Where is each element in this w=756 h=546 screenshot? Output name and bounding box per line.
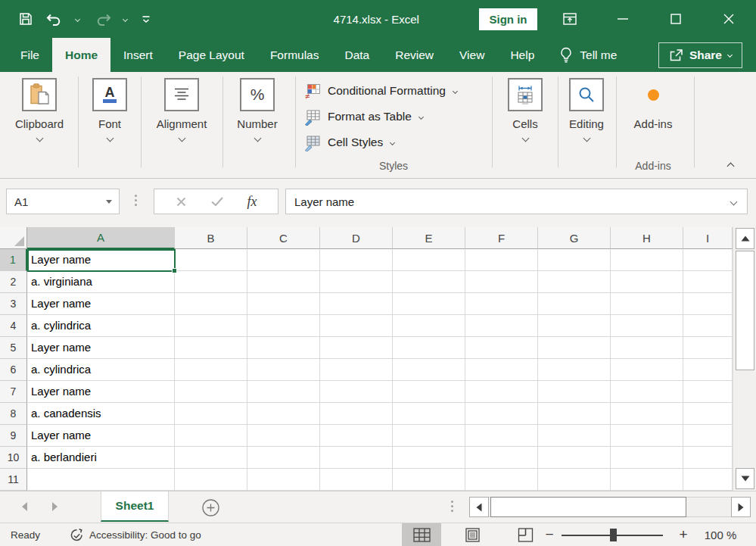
cell-E7[interactable]: [393, 381, 465, 403]
cell-A10[interactable]: a. berlandieri: [27, 447, 175, 469]
row-header-8[interactable]: 8: [0, 403, 27, 425]
cell-B7[interactable]: [175, 381, 247, 403]
cell-C6[interactable]: [247, 359, 320, 381]
cell-E6[interactable]: [393, 359, 465, 381]
cell-E4[interactable]: [393, 315, 465, 337]
accessibility-status[interactable]: Accessibility: Good to go: [70, 523, 201, 546]
column-header-C[interactable]: C: [247, 227, 320, 249]
cell-F9[interactable]: [465, 425, 538, 447]
cell-F11[interactable]: [465, 469, 538, 491]
font-button[interactable]: A: [92, 78, 127, 111]
scroll-left-button[interactable]: [469, 497, 489, 517]
cell-G8[interactable]: [538, 403, 611, 425]
vertical-scrollbar-thumb[interactable]: [736, 251, 754, 370]
minimize-button[interactable]: [612, 8, 633, 30]
cell-I8[interactable]: [683, 403, 733, 425]
scroll-right-button[interactable]: [731, 497, 751, 517]
cells-group-button[interactable]: Cells: [501, 72, 549, 141]
undo-dropdown-button[interactable]: [76, 0, 79, 38]
cell-C9[interactable]: [247, 425, 320, 447]
close-button[interactable]: [718, 8, 739, 30]
cell-D3[interactable]: [320, 293, 393, 315]
clipboard-button[interactable]: [22, 78, 57, 111]
cell-E1[interactable]: [393, 249, 465, 271]
column-header-D[interactable]: D: [320, 227, 393, 249]
tab-data[interactable]: Data: [331, 38, 382, 72]
cell-I2[interactable]: [683, 271, 733, 293]
cell-D4[interactable]: [320, 315, 393, 337]
tab-insert[interactable]: Insert: [110, 38, 166, 72]
cell-I6[interactable]: [683, 359, 733, 381]
column-header-B[interactable]: B: [175, 227, 247, 249]
cell-G1[interactable]: [538, 249, 611, 271]
cell-F10[interactable]: [465, 447, 538, 469]
row-header-7[interactable]: 7: [0, 381, 27, 403]
cell-C5[interactable]: [247, 337, 320, 359]
ribbon-display-options-button[interactable]: [559, 8, 580, 30]
cell-A6[interactable]: a. cylindrica: [27, 359, 175, 381]
normal-view-button[interactable]: [402, 523, 441, 546]
column-header-E[interactable]: E: [393, 227, 465, 249]
row-header-9[interactable]: 9: [0, 425, 27, 447]
row-header-11[interactable]: 11: [0, 469, 27, 491]
previous-sheet-button[interactable]: [21, 501, 28, 515]
cell-C1[interactable]: [247, 249, 320, 271]
add-ins-button[interactable]: Add-ins: [625, 72, 681, 130]
cell-F8[interactable]: [465, 403, 538, 425]
cell-H3[interactable]: [611, 293, 683, 315]
row-header-6[interactable]: 6: [0, 359, 27, 381]
cell-D9[interactable]: [320, 425, 393, 447]
maximize-button[interactable]: [665, 8, 686, 30]
column-header-F[interactable]: F: [465, 227, 538, 249]
cell-C8[interactable]: [247, 403, 320, 425]
save-button[interactable]: [18, 0, 33, 38]
scroll-up-button[interactable]: [736, 228, 754, 249]
cell-H5[interactable]: [611, 337, 683, 359]
editing-group-button[interactable]: Editing: [563, 72, 610, 141]
cell-G4[interactable]: [538, 315, 611, 337]
cell-D1[interactable]: [320, 249, 393, 271]
scroll-down-button[interactable]: [736, 468, 754, 489]
cell-H4[interactable]: [611, 315, 683, 337]
cell-I7[interactable]: [683, 381, 733, 403]
editing-button[interactable]: [569, 78, 604, 111]
cell-A3[interactable]: Layer name: [27, 293, 175, 315]
cell-C2[interactable]: [247, 271, 320, 293]
tab-formulas[interactable]: Formulas: [257, 38, 332, 72]
format-as-table-button[interactable]: Format as Table: [304, 106, 423, 127]
cell-B6[interactable]: [175, 359, 247, 381]
number-group-button[interactable]: % Number: [229, 72, 286, 141]
tab-file[interactable]: File: [8, 38, 52, 72]
cell-H7[interactable]: [611, 381, 683, 403]
tab-view[interactable]: View: [446, 38, 497, 72]
cell-G11[interactable]: [538, 469, 611, 491]
alignment-button[interactable]: [164, 78, 199, 111]
name-box[interactable]: A1: [6, 189, 120, 214]
cell-styles-button[interactable]: Cell Styles: [304, 132, 394, 153]
cell-F4[interactable]: [465, 315, 538, 337]
cell-D5[interactable]: [320, 337, 393, 359]
cell-I10[interactable]: [683, 447, 733, 469]
cell-H11[interactable]: [611, 469, 683, 491]
cell-C4[interactable]: [247, 315, 320, 337]
cell-B8[interactable]: [175, 403, 247, 425]
redo-button[interactable]: [95, 0, 112, 38]
tab-review[interactable]: Review: [382, 38, 446, 72]
cell-F1[interactable]: [465, 249, 538, 271]
share-button[interactable]: Share: [658, 42, 742, 68]
tab-help[interactable]: Help: [497, 38, 547, 72]
cell-G3[interactable]: [538, 293, 611, 315]
cell-D6[interactable]: [320, 359, 393, 381]
formula-bar-drag-handle[interactable]: [135, 195, 137, 206]
cell-G7[interactable]: [538, 381, 611, 403]
cell-I4[interactable]: [683, 315, 733, 337]
cell-E8[interactable]: [393, 403, 465, 425]
row-header-1[interactable]: 1: [0, 249, 27, 271]
cell-D11[interactable]: [320, 469, 393, 491]
cell-I3[interactable]: [683, 293, 733, 315]
row-header-2[interactable]: 2: [0, 271, 27, 293]
cancel-icon[interactable]: [176, 196, 187, 207]
number-button[interactable]: %: [240, 78, 275, 111]
horizontal-scrollbar-thumb[interactable]: [490, 497, 686, 517]
row-header-3[interactable]: 3: [0, 293, 27, 315]
